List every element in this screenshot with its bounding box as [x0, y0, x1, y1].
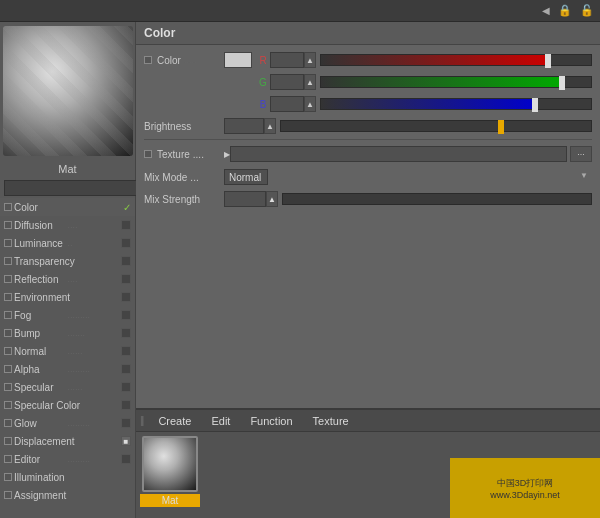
unlock-icon[interactable]: 🔓 — [580, 4, 594, 17]
r-slider-fill — [321, 55, 551, 65]
mix-strength-input[interactable]: 100 % — [224, 191, 266, 207]
channel-checkbox-illumination[interactable] — [4, 473, 12, 481]
channel-item-displacement[interactable]: Displacement ■ — [0, 432, 135, 450]
channel-item-assignment[interactable]: Assignment — [0, 486, 135, 504]
channel-item-color[interactable]: Color ✓ — [0, 198, 135, 216]
channel-dot-fog — [121, 310, 131, 320]
channel-checkbox-environment[interactable] — [4, 293, 12, 301]
channel-checkbox-fog[interactable] — [4, 311, 12, 319]
color-swatch[interactable] — [224, 52, 252, 68]
brightness-row: Brightness 80 % ▲ — [144, 117, 592, 135]
channel-item-reflection[interactable]: Reflection .... — [0, 270, 135, 288]
channel-item-editor[interactable]: Editor ......... — [0, 450, 135, 468]
channel-item-illumination[interactable]: Illumination — [0, 468, 135, 486]
texture-bar[interactable] — [230, 146, 567, 162]
r-label: R — [256, 55, 270, 66]
channel-search-input[interactable] — [4, 180, 139, 196]
channel-item-bump[interactable]: Bump ....... — [0, 324, 135, 342]
g-slider-fill — [321, 77, 564, 87]
channel-dot-alpha — [121, 364, 131, 374]
r-slider-thumb[interactable] — [545, 54, 551, 68]
channel-dot-specular-color — [121, 400, 131, 410]
b-value-input[interactable]: 204 — [270, 96, 304, 112]
channel-checkbox-displacement[interactable] — [4, 437, 12, 445]
brightness-thumb[interactable] — [498, 120, 504, 134]
channel-item-transparency[interactable]: Transparency — [0, 252, 135, 270]
mix-strength-label: Mix Strength — [144, 194, 224, 205]
brightness-stepper[interactable]: ▲ — [264, 118, 276, 134]
channel-checkbox-bump[interactable] — [4, 329, 12, 337]
panel-title: Color — [136, 22, 600, 45]
channel-dot-transparency — [121, 256, 131, 266]
channel-item-environment[interactable]: Environment — [0, 288, 135, 306]
channel-checkbox-reflection[interactable] — [4, 275, 12, 283]
browser-edit-menu[interactable]: Edit — [207, 413, 234, 429]
browser-grip-icon: |||| — [140, 415, 142, 426]
channel-dot-diffusion — [121, 220, 131, 230]
channel-active-mark: ✓ — [123, 202, 131, 213]
browser-create-menu[interactable]: Create — [154, 413, 195, 429]
texture-label: Texture .... — [144, 149, 224, 160]
g-value-input[interactable]: 204 — [270, 74, 304, 90]
channel-checkbox-assignment[interactable] — [4, 491, 12, 499]
search-row: ▶ ⚙ — [0, 178, 135, 198]
mix-mode-select-wrap: Normal Multiply Screen — [224, 169, 592, 185]
channel-checkbox-glow[interactable] — [4, 419, 12, 427]
browser-texture-menu[interactable]: Texture — [309, 413, 353, 429]
brightness-input[interactable]: 80 % — [224, 118, 264, 134]
channel-checkbox-alpha[interactable] — [4, 365, 12, 373]
b-slider-thumb[interactable] — [532, 98, 538, 112]
channel-dot-reflection — [121, 274, 131, 284]
mix-mode-label: Mix Mode ... — [144, 172, 224, 183]
b-label: B — [256, 99, 270, 110]
channel-item-diffusion[interactable]: Diffusion .... — [0, 216, 135, 234]
brightness-label: Brightness — [144, 121, 224, 132]
channel-item-alpha[interactable]: Alpha ......... — [0, 360, 135, 378]
channel-checkbox-diffusion[interactable] — [4, 221, 12, 229]
color-label: Color ..... — [144, 55, 224, 66]
mat-thumbnail-mat[interactable]: Mat — [140, 436, 200, 508]
channel-checkbox-transparency[interactable] — [4, 257, 12, 265]
b-slider[interactable] — [320, 98, 592, 110]
lock-icon[interactable]: 🔒 — [558, 4, 572, 17]
r-stepper-up[interactable]: ▲ — [304, 52, 316, 68]
channel-item-glow[interactable]: Glow ......... — [0, 414, 135, 432]
mix-strength-slider[interactable] — [282, 193, 592, 205]
channel-item-fog[interactable]: Fog ......... — [0, 306, 135, 324]
browser-toolbar: |||| Create Edit Function Texture — [136, 410, 600, 432]
g-stepper-up[interactable]: ▲ — [304, 74, 316, 90]
g-slider-thumb[interactable] — [559, 76, 565, 90]
color-checkbox[interactable] — [144, 56, 152, 64]
mat-name-label: Mat — [0, 160, 135, 178]
texture-checkbox[interactable] — [144, 150, 152, 158]
channel-checkbox-luminance[interactable] — [4, 239, 12, 247]
channel-checkbox-color[interactable] — [4, 203, 12, 211]
mix-mode-select[interactable]: Normal Multiply Screen — [224, 169, 268, 185]
brightness-slider[interactable] — [280, 120, 592, 132]
arrow-icon[interactable]: ◀ — [542, 5, 550, 16]
channel-checkbox-normal[interactable] — [4, 347, 12, 355]
mix-strength-stepper[interactable]: ▲ — [266, 191, 278, 207]
channel-checkbox-specular-color[interactable] — [4, 401, 12, 409]
channel-checkbox-editor[interactable] — [4, 455, 12, 463]
channel-item-specular-color[interactable]: Specular Color — [0, 396, 135, 414]
watermark-line2: www.3Ddayin.net — [490, 490, 560, 500]
watermark-line1: 中国3D打印网 — [490, 477, 560, 490]
channel-checkbox-specular[interactable] — [4, 383, 12, 391]
channel-item-luminance[interactable]: Luminance .. — [0, 234, 135, 252]
r-slider[interactable] — [320, 54, 592, 66]
channel-dot-editor — [121, 454, 131, 464]
channel-dot-displacement: ■ — [121, 436, 131, 446]
browser-function-menu[interactable]: Function — [246, 413, 296, 429]
r-value-input[interactable]: 204 — [270, 52, 304, 68]
channel-item-specular[interactable]: Specular ...... — [0, 378, 135, 396]
channel-item-normal[interactable]: Normal ...... — [0, 342, 135, 360]
channel-dot-normal — [121, 346, 131, 356]
top-bar: ◀ 🔒 🔓 — [0, 0, 600, 22]
material-preview[interactable] — [3, 26, 133, 156]
texture-options-button[interactable]: ··· — [570, 146, 592, 162]
g-slider[interactable] — [320, 76, 592, 88]
b-stepper-up[interactable]: ▲ — [304, 96, 316, 112]
channel-dot-bump — [121, 328, 131, 338]
mix-mode-row: Mix Mode ... Normal Multiply Screen — [144, 168, 592, 186]
